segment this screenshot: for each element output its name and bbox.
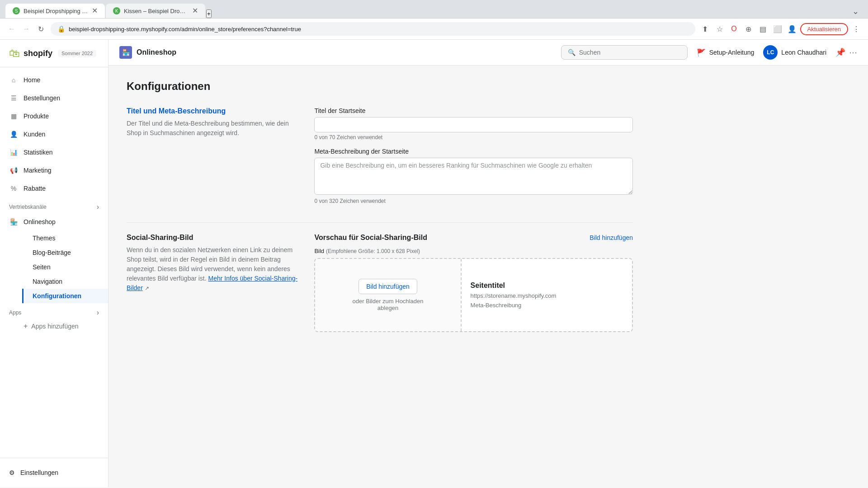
meta-field-group: Meta-Beschreibung der Startseite 0 von 3…: [314, 148, 633, 204]
setup-link-text: Setup-Anleitung: [709, 49, 755, 56]
tab-close-1[interactable]: ✕: [92, 7, 98, 14]
sidebar-item-onlineshop[interactable]: 🏪 Onlineshop: [0, 213, 108, 231]
sidebar-item-marketing-label: Marketing: [24, 167, 51, 174]
discounts-icon: %: [9, 184, 18, 193]
add-image-link[interactable]: Bild hinzufügen: [590, 234, 633, 241]
sidebar-item-stats[interactable]: 📊 Statistiken: [0, 143, 108, 161]
title-char-count: 0 von 70 Zeichen verwendet: [314, 134, 633, 141]
share-button[interactable]: ⬆: [699, 23, 712, 35]
sidebar-item-products[interactable]: ▦ Produkte: [0, 107, 108, 125]
image-upload-left: Bild hinzufügen oder Bilder zum Hochlade…: [315, 259, 460, 331]
app-container: 🛍 shopify Sommer 2022 ⌂ Home ☰ Bestellun…: [0, 40, 868, 487]
title-meta-form: Titel der Startseite 0 von 70 Zeichen ve…: [314, 107, 633, 211]
onlineshop-sub-nav: Themes Blog-Beiträge Seiten Navigation K…: [0, 231, 108, 303]
sub-nav-konfigurationen[interactable]: Konfigurationen: [22, 289, 108, 303]
main-search-bar[interactable]: 🔍 Suchen: [561, 45, 688, 60]
add-apps-button[interactable]: + Apps hinzufügen: [0, 319, 108, 334]
sidebar-button[interactable]: ▤: [757, 23, 769, 35]
social-description: Wenn du in den sozialen Netzwerken einen…: [127, 245, 303, 293]
social-sharing-section: Social-Sharing-Bild Wenn du in den sozia…: [127, 234, 633, 332]
apps-label: Apps: [9, 310, 21, 316]
sales-channels-header: Vertriebskanäle ›: [0, 197, 108, 213]
shopify-logo-text: shopify: [24, 49, 52, 58]
meta-char-count: 0 von 320 Zeichen verwendet: [314, 198, 633, 204]
upload-hint-line1: oder Bilder zum Hochladen: [353, 298, 424, 305]
sidebar-item-customers-label: Kunden: [24, 131, 45, 138]
reload-button[interactable]: ↻: [34, 23, 47, 35]
extension-icon[interactable]: ⊕: [742, 23, 755, 35]
sidebar-item-customers[interactable]: 👤 Kunden: [0, 125, 108, 143]
sub-nav-pages[interactable]: Seiten: [24, 260, 108, 274]
sub-nav-themes[interactable]: Themes: [24, 231, 108, 245]
sidebar-item-discounts[interactable]: % Rabatte: [0, 179, 108, 197]
orders-icon: ☰: [9, 94, 18, 103]
sidebar-item-stats-label: Statistiken: [24, 149, 53, 156]
update-button[interactable]: Aktualisieren: [800, 23, 848, 35]
add-apps-label: Apps hinzufügen: [31, 323, 78, 330]
user-profile-button[interactable]: 👤: [786, 23, 798, 35]
sub-nav-navigation[interactable]: Navigation: [24, 274, 108, 289]
user-area[interactable]: LC Leon Chaudhari: [763, 45, 826, 60]
onlineshop-header-icon: 🏪: [119, 46, 132, 59]
address-bar[interactable]: 🔒 beispiel-dropshipping-store.myshopify.…: [51, 22, 695, 36]
tab-favicon-1: S: [13, 7, 20, 14]
customers-icon: 👤: [9, 130, 18, 139]
title-field-group: Titel der Startseite 0 von 70 Zeichen ve…: [314, 107, 633, 141]
sidebar-item-home[interactable]: ⌂ Home: [0, 71, 108, 89]
browser-nav-buttons: ← → ↻: [5, 23, 47, 35]
social-preview-title-row: Vorschau für Social-Sharing-Bild Bild hi…: [314, 234, 633, 242]
tab-close-2[interactable]: ✕: [192, 7, 198, 14]
page-content-area: Konfigurationen Titel und Meta-Beschreib…: [108, 66, 651, 347]
stats-icon: 📊: [9, 148, 18, 157]
social-heading: Social-Sharing-Bild: [127, 234, 303, 242]
products-icon: ▦: [9, 112, 18, 121]
back-button[interactable]: ←: [5, 23, 18, 35]
setup-link-area[interactable]: 🚩 Setup-Anleitung: [697, 48, 755, 57]
onlineshop-nav-icon: 🏪: [9, 217, 18, 226]
meta-field-label: Meta-Beschreibung der Startseite: [314, 148, 633, 155]
settings-item[interactable]: ⚙ Einstellungen: [9, 465, 99, 480]
lock-icon: 🔒: [57, 25, 65, 33]
external-link-icon: ↗: [145, 285, 149, 291]
image-upload-area: Bild hinzufügen oder Bilder zum Hochlade…: [314, 258, 633, 332]
new-tab-button[interactable]: +: [206, 9, 212, 18]
sales-channels-chevron[interactable]: ›: [97, 203, 99, 211]
sidebar-item-products-label: Produkte: [24, 113, 49, 120]
bild-size-label: (Empfohlene Größe: 1.000 x 628 Pixel): [326, 248, 420, 254]
sub-nav-blog[interactable]: Blog-Beiträge: [24, 245, 108, 260]
title-field-input[interactable]: [314, 117, 633, 132]
browser-toolbar: ← → ↻ 🔒 beispiel-dropshipping-store.mysh…: [0, 19, 868, 40]
tab-favicon-2: K: [113, 7, 120, 14]
onlineshop-header-title: Onlineshop: [137, 48, 176, 56]
meta-field-textarea[interactable]: [314, 158, 633, 195]
opera-icon[interactable]: O: [728, 23, 741, 35]
more-options-button[interactable]: ⋮: [850, 23, 863, 35]
sidebar-item-home-label: Home: [24, 76, 40, 84]
shopify-header: 🛍 shopify Sommer 2022: [0, 40, 108, 67]
onlineshop-header: 🏪 Onlineshop 🔍 Suchen 🚩 Setup-Anleitung …: [108, 40, 868, 66]
onlineshop-title-area: 🏪 Onlineshop: [119, 46, 176, 59]
sidebar: 🛍 shopify Sommer 2022 ⌂ Home ☰ Bestellun…: [0, 40, 108, 487]
bookmark-button[interactable]: ☆: [713, 23, 726, 35]
title-meta-info: Titel und Meta-Beschreibung Der Titel un…: [127, 107, 303, 211]
section-divider-1: [127, 222, 633, 223]
shopify-logo-icon: 🛍: [9, 47, 20, 60]
tab-title-1: Beispiel Dropshipping Store ·…: [24, 8, 88, 14]
upload-image-button[interactable]: Bild hinzufügen: [359, 279, 417, 294]
tabs-more-button[interactable]: ⌄: [849, 5, 863, 18]
header-right-area: 🔍 Suchen 🚩 Setup-Anleitung LC Leon Chaud…: [561, 45, 857, 60]
more-options-icon[interactable]: ⋯: [849, 47, 857, 57]
sidebar-item-orders-label: Bestellungen: [24, 94, 60, 102]
home-icon: ⌂: [9, 75, 18, 84]
sidebar-item-orders[interactable]: ☰ Bestellungen: [0, 89, 108, 107]
forward-button[interactable]: →: [20, 23, 33, 35]
sidebar-item-marketing[interactable]: 📢 Marketing: [0, 161, 108, 179]
screenshot-button[interactable]: ⬜: [771, 23, 784, 35]
sidebar-bottom: ⚙ Einstellungen: [0, 458, 108, 487]
browser-tab-2[interactable]: K Kissen – Beispiel Dropshipping… ✕: [106, 4, 205, 18]
pin-icon[interactable]: 📌: [835, 47, 845, 57]
user-name: Leon Chaudhari: [781, 49, 826, 56]
apps-chevron[interactable]: ›: [97, 309, 99, 317]
browser-tab-1[interactable]: S Beispiel Dropshipping Store ·… ✕: [5, 4, 105, 18]
title-meta-description: Der Titel und die Meta-Beschreibung best…: [127, 119, 303, 138]
